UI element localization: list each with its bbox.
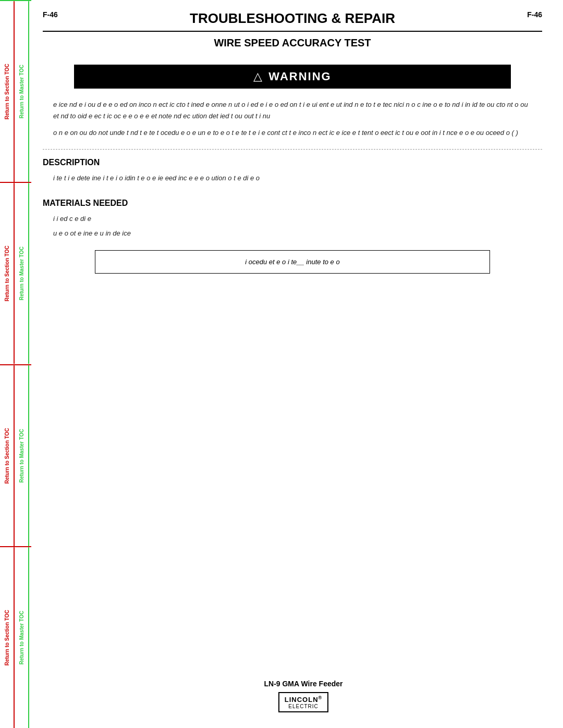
- page: Return to Section TOC Return to Master T…: [0, 0, 563, 728]
- sidebar-tab-master-toc-4[interactable]: Return to Master TOC: [15, 547, 29, 728]
- procedure-box: i ocedu et e o i te__ inute to e o: [95, 250, 490, 274]
- sub-title: WIRE SPEED ACCURACY TEST: [43, 37, 542, 49]
- page-footer: LN-9 GMA Wire Feeder LINCOLN® ELECTRIC: [65, 680, 542, 712]
- main-content: F-46 TROUBLESHOOTING & REPAIR F-46 WIRE …: [32, 0, 563, 728]
- lincoln-logo: LINCOLN® ELECTRIC: [278, 692, 328, 712]
- header-line: [43, 31, 542, 32]
- warning-title: WARNING: [268, 70, 331, 83]
- materials-line-2: u e o ot e ine e u in de ice: [53, 228, 532, 239]
- dashed-separator: [43, 149, 542, 150]
- sidebar-tab-section-toc-2[interactable]: Return to Section TOC: [0, 183, 15, 364]
- warning-paragraph-2: o n e on ou do not unde t nd t e te t oc…: [53, 127, 532, 139]
- description-heading: DESCRIPTION: [43, 158, 542, 167]
- sidebar-tab-master-toc-1[interactable]: Return to Master TOC: [15, 1, 29, 182]
- sidebar-group-1: Return to Section TOC Return to Master T…: [0, 0, 31, 182]
- sidebar-tab-master-toc-3[interactable]: Return to Master TOC: [15, 365, 29, 546]
- page-header: F-46 TROUBLESHOOTING & REPAIR F-46: [43, 10, 542, 27]
- page-number-left: F-46: [43, 10, 58, 19]
- warning-icon: △: [253, 70, 262, 83]
- sidebar: Return to Section TOC Return to Master T…: [0, 0, 31, 728]
- sidebar-tab-section-toc-1[interactable]: Return to Section TOC: [0, 1, 15, 182]
- sidebar-group-3: Return to Section TOC Return to Master T…: [0, 364, 31, 546]
- sidebar-group-2: Return to Section TOC Return to Master T…: [0, 182, 31, 364]
- procedure-text: i ocedu et e o i te__ inute to e o: [245, 258, 339, 266]
- sidebar-tab-section-toc-3[interactable]: Return to Section TOC: [0, 365, 15, 546]
- sidebar-tab-section-toc-4[interactable]: Return to Section TOC: [0, 547, 15, 728]
- materials-line-1: i i ed c e di e: [53, 213, 532, 225]
- lincoln-brand: LINCOLN®: [285, 695, 322, 704]
- warning-box: △ WARNING: [74, 65, 511, 89]
- description-text: i te t i e dete ine i t e i o idin t e o…: [53, 172, 532, 184]
- sidebar-group-4: Return to Section TOC Return to Master T…: [0, 546, 31, 728]
- lincoln-sub: ELECTRIC: [285, 704, 322, 709]
- materials-heading: MATERIALS NEEDED: [43, 199, 542, 208]
- footer-model: LN-9 GMA Wire Feeder: [264, 680, 342, 688]
- warning-paragraph-1: e ice nd e i ou d e e o ed on inco n ect…: [53, 99, 532, 122]
- main-title: TROUBLESHOOTING & REPAIR: [58, 10, 527, 27]
- page-number-right: F-46: [527, 10, 542, 19]
- sidebar-tab-master-toc-2[interactable]: Return to Master TOC: [15, 183, 29, 364]
